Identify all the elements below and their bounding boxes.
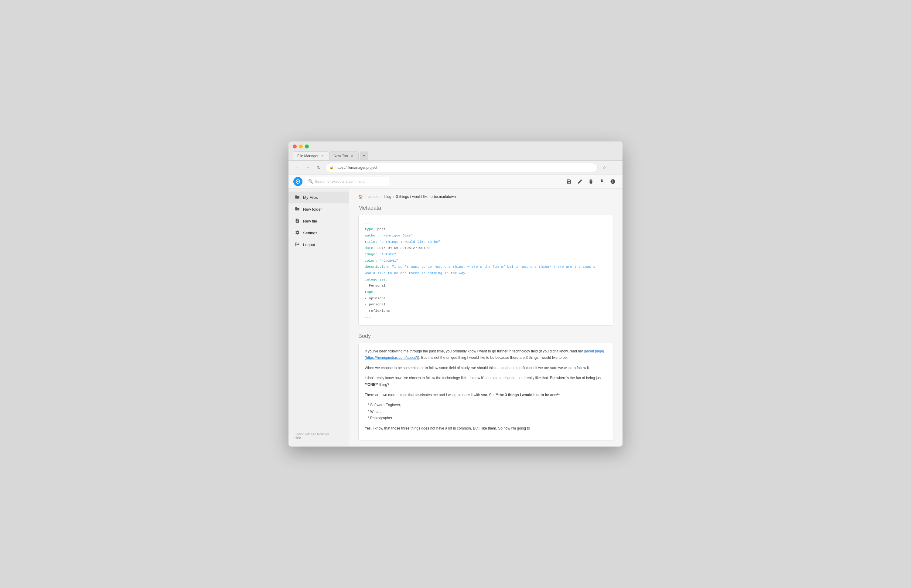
code-sep-2: --- bbox=[365, 314, 607, 321]
svg-point-1 bbox=[297, 181, 298, 182]
code-image: image: "future" bbox=[365, 251, 607, 258]
sidebar-item-new-file[interactable]: New file bbox=[288, 215, 349, 227]
code-tags-val3: - reflexions bbox=[365, 308, 607, 314]
breadcrumb-sep: › bbox=[393, 195, 394, 199]
tab-file-manager[interactable]: File Manager ✕ bbox=[293, 152, 329, 160]
breadcrumb-content[interactable]: content bbox=[368, 195, 380, 199]
search-bar[interactable]: 🔍 Search or execute a command... bbox=[305, 177, 390, 186]
main-inner: 🏠 › content › blog › 3-things-i-would-li… bbox=[349, 189, 623, 447]
url-text: https://filemanager.project bbox=[335, 165, 594, 170]
bookmark-button[interactable]: ☆ bbox=[600, 163, 608, 172]
footer-text: Served with File Manager. bbox=[294, 433, 330, 436]
about-page-link[interactable]: [about page](https://henriquedias.com/ab… bbox=[365, 349, 604, 360]
browser-window: File Manager ✕ New Tab ✕ + ← → ↻ 🔒 https… bbox=[288, 141, 623, 447]
new-tab-button[interactable]: + bbox=[360, 152, 368, 160]
breadcrumb-file: 3-things-i-would-like-to-be.markdown bbox=[396, 195, 456, 199]
tab-close-button[interactable]: ✕ bbox=[350, 154, 354, 158]
breadcrumb-blog[interactable]: blog bbox=[384, 195, 392, 199]
body-para-3: I don't really know how I've chosen to f… bbox=[365, 375, 607, 388]
tab-close-button[interactable]: ✕ bbox=[320, 154, 325, 158]
body-list: Software Engineer; Writer; Photographer. bbox=[365, 402, 607, 422]
title-bar: File Manager ✕ New Tab ✕ + bbox=[288, 141, 623, 161]
sidebar-item-label: Logout bbox=[303, 242, 315, 247]
lock-icon: 🔒 bbox=[330, 165, 334, 170]
tab-new-tab[interactable]: New Tab ✕ bbox=[329, 152, 358, 160]
body-para-final: Yes, I know that those three things does… bbox=[365, 425, 607, 432]
main-content: 🏠 › content › blog › 3-things-i-would-li… bbox=[349, 189, 623, 447]
search-icon: 🔍 bbox=[308, 179, 313, 184]
code-sep-1: --- bbox=[365, 220, 607, 226]
sidebar-item-logout[interactable]: Logout bbox=[288, 239, 349, 251]
code-tags-val2: - personal bbox=[365, 301, 607, 308]
logout-icon bbox=[294, 242, 300, 248]
folder-icon bbox=[294, 195, 300, 200]
app-main: My Files New folder bbox=[288, 189, 623, 447]
code-title: title: "3 things I would like to be" bbox=[365, 239, 607, 245]
code-categories-key: categories: bbox=[365, 276, 607, 283]
tab-label: File Manager bbox=[297, 154, 319, 158]
refresh-button[interactable]: ↻ bbox=[315, 163, 323, 172]
back-button[interactable]: ← bbox=[293, 163, 301, 172]
body-para-2: When we choose to be something or to fol… bbox=[365, 365, 607, 372]
breadcrumb-home[interactable]: 🏠 bbox=[358, 195, 363, 199]
sidebar-item-settings[interactable]: Settings bbox=[288, 227, 349, 239]
search-placeholder: Search or execute a command... bbox=[315, 179, 367, 184]
code-color: color: "#2b2e41" bbox=[365, 258, 607, 264]
metadata-code-box: --- type: post author: "Henrique Dias" t… bbox=[358, 215, 613, 326]
body-text-box: If you've been following me through the … bbox=[358, 343, 613, 441]
code-tags-key: tags: bbox=[365, 289, 607, 296]
breadcrumb: 🏠 › content › blog › 3-things-i-would-li… bbox=[358, 195, 613, 199]
nav-bar: ← → ↻ 🔒 https://filemanager.project ☆ ⋮ bbox=[288, 161, 623, 175]
sidebar-footer: Served with File Manager. Help bbox=[288, 428, 349, 444]
help-link[interactable]: Help bbox=[294, 436, 301, 439]
address-bar[interactable]: 🔒 https://filemanager.project bbox=[325, 163, 598, 172]
body-section-title: Body bbox=[358, 333, 613, 339]
app-toolbar: 🔍 Search or execute a command... bbox=[288, 175, 623, 189]
forward-button[interactable]: → bbox=[304, 163, 312, 172]
nav-actions: ☆ ⋮ bbox=[600, 163, 618, 172]
maximize-button[interactable] bbox=[305, 144, 309, 149]
code-tags-val1: - opinions bbox=[365, 296, 607, 302]
sidebar-item-label: Settings bbox=[303, 231, 317, 235]
app-logo bbox=[293, 177, 303, 186]
list-item-1: Software Engineer; bbox=[368, 402, 607, 409]
more-menu-button[interactable]: ⋮ bbox=[610, 163, 618, 172]
code-categories-val1: - Personal bbox=[365, 283, 607, 289]
sidebar-item-new-folder[interactable]: New folder bbox=[288, 204, 349, 215]
code-author: author: "Henrique Dias" bbox=[365, 233, 607, 239]
toolbar-actions bbox=[564, 177, 618, 186]
tabs-bar: File Manager ✕ New Tab ✕ + bbox=[288, 152, 623, 160]
new-folder-icon bbox=[294, 207, 300, 212]
list-item-3: Photographer. bbox=[368, 415, 607, 422]
sidebar-item-my-files[interactable]: My Files bbox=[288, 192, 349, 204]
tab-label: New Tab bbox=[334, 154, 348, 158]
sidebar-item-label: New folder bbox=[303, 207, 322, 212]
traffic-lights bbox=[288, 144, 623, 152]
metadata-section-title: Metadata bbox=[358, 205, 613, 211]
sidebar: My Files New folder bbox=[288, 189, 349, 447]
code-date: date: 2015-04-06 20:05:27+00:00 bbox=[365, 245, 607, 251]
close-button[interactable] bbox=[293, 144, 297, 149]
minimize-button[interactable] bbox=[299, 144, 303, 149]
download-button[interactable] bbox=[597, 177, 607, 186]
new-file-icon bbox=[294, 218, 300, 224]
body-para-1: If you've been following me through the … bbox=[365, 348, 607, 361]
breadcrumb-sep: › bbox=[382, 195, 383, 199]
edit-button[interactable] bbox=[575, 177, 585, 186]
body-para-4: There are two more things that fascinate… bbox=[365, 392, 607, 399]
code-type: type: post bbox=[365, 226, 607, 233]
sidebar-item-label: New file bbox=[303, 219, 317, 223]
settings-icon bbox=[294, 230, 300, 236]
sidebar-item-label: My Files bbox=[303, 195, 318, 200]
breadcrumb-sep: › bbox=[365, 195, 366, 199]
info-button[interactable] bbox=[608, 177, 618, 186]
app-container: 🔍 Search or execute a command... bbox=[288, 175, 623, 447]
delete-button[interactable] bbox=[586, 177, 596, 186]
list-item-2: Writer; bbox=[368, 409, 607, 415]
save-button[interactable] bbox=[564, 177, 574, 186]
code-description: description: "I don't want to be just on… bbox=[365, 264, 607, 276]
